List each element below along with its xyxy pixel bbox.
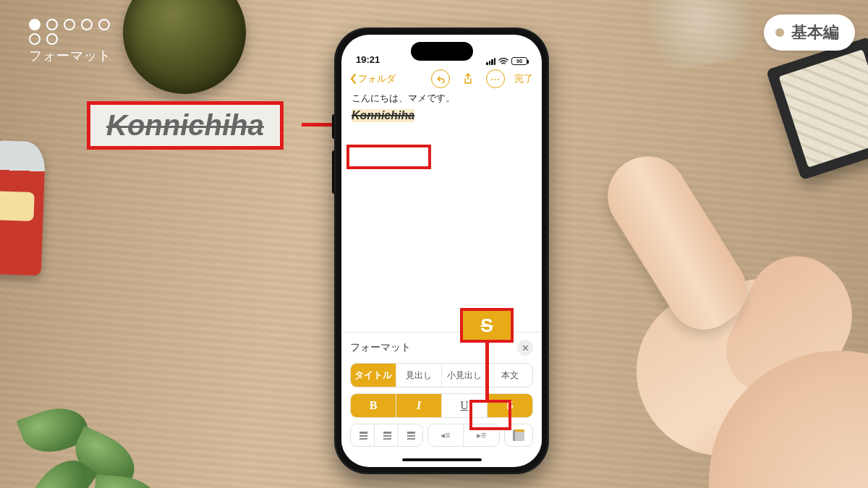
format-panel-title: フォーマット: [350, 341, 411, 354]
paragraph-style-segmented: タイトル 見出し 小見出し 本文: [350, 363, 533, 388]
outdent-button[interactable]: ◂≡: [428, 424, 464, 446]
bold-button[interactable]: B: [351, 394, 396, 417]
style-title-button[interactable]: タイトル: [351, 364, 396, 387]
wifi-icon: [498, 58, 509, 65]
number-list-button[interactable]: [399, 424, 422, 446]
style-subheading-button[interactable]: 小見出し: [442, 364, 488, 387]
share-button[interactable]: [459, 69, 477, 88]
bullet-list-button[interactable]: [351, 424, 375, 446]
bullet-list-icon: [357, 432, 367, 439]
done-button[interactable]: 完了: [514, 72, 533, 85]
close-icon: ✕: [522, 343, 529, 354]
dash-list-button[interactable]: [375, 424, 399, 446]
style-heading-button[interactable]: 見出し: [396, 364, 442, 387]
format-panel: フォーマット ✕ タイトル 見出し 小見出し 本文 B I U S: [341, 332, 542, 453]
prop-glass-right: [634, 0, 762, 74]
callout-word: Konnichiha: [106, 109, 264, 141]
battery-icon: 90: [511, 57, 527, 65]
progress-dots-row1: [29, 19, 111, 30]
italic-button[interactable]: I: [396, 394, 442, 417]
format-close-button[interactable]: ✕: [517, 340, 533, 356]
progress-indicator: フォーマット: [29, 19, 111, 64]
prop-glass-top: [123, 0, 246, 94]
battery-level: 90: [516, 59, 522, 64]
more-button[interactable]: ⋯: [486, 69, 505, 88]
progress-dots-row2: [29, 33, 111, 45]
chapter-pill: 基本編: [764, 14, 855, 51]
dash-list-icon: [381, 432, 391, 439]
phone-frame: 19:21 90 フォルダ ⋯ 完了 こ: [334, 27, 549, 474]
home-indicator[interactable]: [341, 453, 542, 467]
share-icon: [463, 73, 473, 85]
indent-button[interactable]: ▸≡: [464, 424, 499, 446]
hand: [506, 134, 868, 488]
pill-bullet-icon: [775, 28, 784, 37]
list-style-group: [350, 424, 423, 447]
status-time: 19:21: [356, 54, 380, 65]
annotation-callout-word: Konnichiha: [87, 101, 284, 150]
style-body-button[interactable]: 本文: [488, 364, 532, 387]
list-row: ◂≡ ▸≡: [350, 424, 533, 447]
prop-box-right: [766, 37, 868, 181]
signal-icon: [486, 58, 495, 65]
indent-icon: ▸≡: [477, 430, 486, 440]
back-button[interactable]: フォルダ: [350, 72, 396, 85]
progress-label: フォーマット: [29, 48, 111, 64]
undo-icon: [436, 75, 446, 83]
prop-toy-truck: [0, 140, 46, 276]
indent-group: ◂≡ ▸≡: [427, 424, 501, 447]
back-label: フォルダ: [358, 72, 396, 85]
pill-label: 基本編: [791, 22, 839, 43]
table-button[interactable]: [504, 424, 533, 447]
note-line-1: こんにちは、マメです。: [352, 93, 532, 105]
notes-toolbar: フォルダ ⋯ 完了: [341, 67, 542, 91]
strikethrough-button[interactable]: S: [488, 394, 532, 417]
chevron-left-icon: [350, 74, 357, 84]
undo-button[interactable]: [431, 69, 450, 88]
note-selected-word[interactable]: Konnichiha: [352, 109, 414, 122]
dynamic-island: [411, 42, 473, 61]
note-editor[interactable]: こんにちは、マメです。 Konnichiha: [341, 91, 542, 265]
table-icon: [513, 429, 524, 441]
underline-button[interactable]: U: [442, 394, 488, 417]
outdent-icon: ◂≡: [441, 430, 450, 440]
ellipsis-icon: ⋯: [490, 74, 501, 85]
text-format-segmented: B I U S: [350, 393, 533, 418]
phone-screen: 19:21 90 フォルダ ⋯ 完了 こ: [341, 35, 542, 467]
number-list-icon: [405, 432, 415, 439]
